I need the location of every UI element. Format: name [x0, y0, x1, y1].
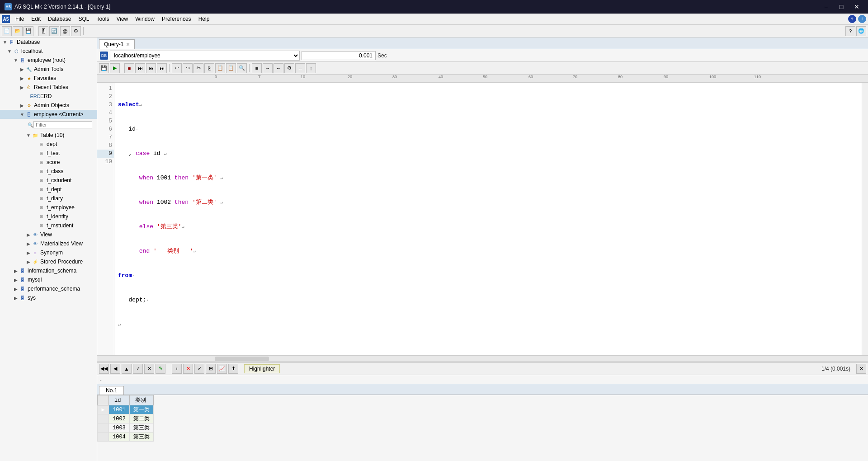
sidebar-item-information-schema[interactable]: ▶ 🗄 information_schema [0, 266, 97, 275]
sql-paste-btn[interactable]: 📋 [215, 63, 225, 73]
hscroll-thumb[interactable] [215, 357, 269, 361]
web-button[interactable]: 🌐 [856, 26, 866, 36]
sidebar-item-employee-current[interactable]: ▼ 🗄 employee <Current> [0, 110, 97, 119]
result-chart-btn[interactable]: 📈 [217, 364, 227, 374]
sidebar-item-t-employee[interactable]: ⊞ t_employee [0, 203, 97, 212]
result-content[interactable]: id 类别 ▶1001第一类1002第二类1003第三类1004第三类 [97, 395, 868, 461]
query-tab-1[interactable]: Query-1 ✕ [99, 39, 135, 49]
sidebar-item-erd[interactable]: ERD ERD [0, 92, 97, 101]
filter-input[interactable] [33, 121, 92, 128]
editor-scrollbar[interactable] [862, 83, 868, 355]
table-row[interactable]: 1002第二类 [98, 414, 154, 423]
maximize-button[interactable]: □ [835, 2, 848, 12]
table-row[interactable]: ▶1001第一类 [98, 405, 154, 414]
result-first-btn[interactable]: ◀◀ [99, 364, 109, 374]
result-check-btn[interactable]: ✓ [133, 364, 143, 374]
sidebar-item-t-diary[interactable]: ⊞ t_diary [0, 194, 97, 203]
sidebar-item-synonym[interactable]: ▶ ≡ Synonym [0, 248, 97, 257]
db-button[interactable]: 🗄 [38, 26, 48, 36]
minimize-button[interactable]: − [819, 2, 833, 12]
query-time-input[interactable] [302, 51, 376, 60]
sidebar-item-localhost[interactable]: ▼ ⬡ localhost [0, 47, 97, 56]
menu-tools[interactable]: Tools [93, 15, 113, 23]
save-button[interactable]: 💾 [24, 26, 33, 36]
table-row[interactable]: 1003第三类 [98, 423, 154, 433]
menu-file[interactable]: File [12, 15, 28, 23]
sidebar-item-sys[interactable]: ▶ 🗄 sys [0, 293, 97, 302]
menu-edit[interactable]: Edit [28, 15, 44, 23]
table-row[interactable]: 1004第三类 [98, 433, 154, 442]
sidebar-item-t-class[interactable]: ⊞ t_class [0, 167, 97, 176]
sql-undo-btn[interactable]: ↩ [172, 63, 182, 73]
sql-copy-btn[interactable]: ⎘ [204, 63, 214, 73]
query-tab-1-close[interactable]: ✕ [126, 42, 130, 47]
sql-outdent-btn[interactable]: ← [274, 63, 283, 73]
sql-stop-btn[interactable]: ■ [124, 63, 134, 73]
result-grid-btn[interactable]: ⊞ [206, 364, 216, 374]
sidebar-item-view[interactable]: ▶ 👁 View [0, 230, 97, 239]
sidebar-item-stored-procedure[interactable]: ▶ ⚡ Stored Procedure [0, 257, 97, 266]
result-tab-1[interactable]: No.1 [99, 386, 124, 395]
sidebar-item-score[interactable]: ⊞ score [0, 158, 97, 167]
result-edit-btn[interactable]: ✎ [156, 364, 165, 374]
sidebar-item-materialized-view[interactable]: ▶ 👁 Materialized View [0, 239, 97, 248]
connection-select[interactable]: localhost/employee [110, 51, 300, 61]
sidebar-item-t-dept[interactable]: ⊞ t_dept [0, 185, 97, 194]
sql-step-btn[interactable]: ⏭ [135, 63, 145, 73]
result-export-btn[interactable]: ⬆ [228, 364, 238, 374]
sidebar-item-mysql[interactable]: ▶ 🗄 mysql [0, 275, 97, 284]
open-button[interactable]: 📂 [13, 26, 23, 36]
menu-sql[interactable]: SQL [75, 15, 93, 23]
editor-hscroll[interactable] [97, 355, 868, 362]
menu-help[interactable]: Help [195, 15, 213, 23]
sidebar-item-recent-tables[interactable]: ▶ ⏱ Recent Tables [0, 83, 97, 92]
sql-run-btn[interactable]: ▶ [110, 63, 120, 73]
sidebar-item-t-identity[interactable]: ⊞ t_identity [0, 212, 97, 221]
menu-preferences[interactable]: Preferences [158, 15, 195, 23]
config-button[interactable]: ⚙ [71, 26, 81, 36]
sidebar-item-database[interactable]: ▼ 🗄 Database [0, 38, 97, 47]
sql-cut-btn[interactable]: ✂ [193, 63, 203, 73]
result-prev-btn[interactable]: ◀ [110, 364, 120, 374]
sql-comment-btn[interactable]: -- [295, 63, 305, 73]
sql-uncomment-btn[interactable]: ↑ [306, 63, 316, 73]
sql-indent-btn[interactable]: → [263, 63, 273, 73]
sql-find-btn[interactable]: 🔍 [237, 63, 247, 73]
sql-last-btn[interactable]: ⏭ [157, 63, 167, 73]
result-add-btn[interactable]: + [172, 364, 182, 374]
result-ok-btn[interactable]: ✓ [194, 364, 204, 374]
col-id-header: id [109, 395, 130, 405]
new-button[interactable]: 📄 [2, 26, 12, 36]
sql-redo-btn[interactable]: ↪ [183, 63, 193, 73]
sidebar-item-t-cstudent[interactable]: ⊞ t_cstudent [0, 176, 97, 185]
menu-window[interactable]: Window [132, 15, 158, 23]
help-toolbar-button[interactable]: ? [845, 26, 855, 36]
result-close-btn[interactable]: ✕ [856, 364, 866, 374]
result-cancel-btn[interactable]: ✕ [144, 364, 154, 374]
result-delete-btn[interactable]: ✕ [183, 364, 193, 374]
sql-first-btn[interactable]: ⏮ [146, 63, 156, 73]
sql-save-btn[interactable]: 💾 [99, 63, 109, 73]
sidebar-item-employee-root[interactable]: ▼ 🗄 employee (root) [0, 56, 97, 65]
help-icon[interactable]: ? [848, 15, 856, 23]
sidebar-item-admin-tools[interactable]: ▶ 🔧 Admin Tools [0, 65, 97, 74]
result-up-btn[interactable]: ▲ [122, 364, 132, 374]
sidebar-item-t-mstudent[interactable]: ⊞ t_mstudent [0, 221, 97, 230]
sidebar-item-admin-objects[interactable]: ▶ ⚙ Admin Objects [0, 101, 97, 110]
sidebar-item-dept[interactable]: ⊞ dept [0, 140, 97, 149]
sidebar-item-table-folder[interactable]: ▼ 📁 Table (10) [0, 131, 97, 140]
menu-database[interactable]: Database [44, 15, 75, 23]
sidebar-item-perf-schema[interactable]: ▶ 🗄 performance_schema [0, 284, 97, 293]
sql-format-btn[interactable]: ⚙ [284, 63, 294, 73]
menu-view[interactable]: View [113, 15, 132, 23]
refresh-button[interactable]: 🔄 [49, 26, 59, 36]
at-button[interactable]: @ [60, 26, 70, 36]
sidebar-item-f-test[interactable]: ⊞ f_test [0, 149, 97, 158]
close-button[interactable]: ✕ [850, 2, 863, 12]
info-icon[interactable]: i [858, 15, 866, 23]
highlighter-button[interactable]: Highlighter [244, 364, 280, 373]
sql-align-btn[interactable]: ≡ [252, 63, 262, 73]
sql-editor[interactable]: select↵ id· , case id ↵ when 1001 then '… [114, 83, 862, 355]
sidebar-item-favorites[interactable]: ▶ ★ Favorites [0, 74, 97, 83]
sql-paste2-btn[interactable]: 📋 [226, 63, 236, 73]
